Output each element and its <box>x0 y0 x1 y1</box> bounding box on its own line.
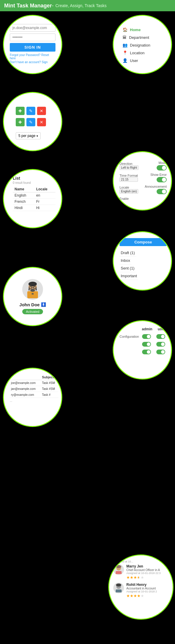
delete-button[interactable]: ✕ <box>37 107 46 115</box>
lang-table: Name Locale English en French Fr Hindi H… <box>13 186 55 211</box>
user-icon: 👤 <box>122 58 128 63</box>
mode-toggle[interactable] <box>157 165 167 170</box>
male-avatar-svg <box>114 584 123 592</box>
enable-label: Enable <box>120 197 129 200</box>
nav-item-home[interactable]: 🏠 Home <box>122 26 141 34</box>
profile-gender-icon: 🚹 <box>41 302 46 307</box>
female-avatar-svg <box>114 565 123 574</box>
timeformat-value[interactable]: 21:15 <box>120 177 138 182</box>
rating-item-1: Rohit Henry Accountant in Account Assign… <box>113 583 157 598</box>
header-separator: - <box>52 3 54 9</box>
rating-date-0: Assigned at 10-01-2018 22:3 <box>126 572 161 575</box>
lang-locale-2: Hi <box>34 205 55 211</box>
lang-name-1: French <box>13 199 34 205</box>
perm-toggles-config <box>142 334 165 339</box>
rating-role-1: Accountant in Account <box>126 587 157 590</box>
svg-rect-0 <box>27 291 38 298</box>
nav-label-location: Location <box>130 51 144 55</box>
table-row: French Fr <box>13 199 55 205</box>
home-icon: 🏠 <box>122 27 128 32</box>
password-input[interactable] <box>10 34 55 41</box>
perm-row-config: Configuration <box>120 334 165 339</box>
direction-label: Direction <box>120 162 139 165</box>
permissions-panel: admin user Configuration <box>113 320 172 380</box>
rating-avatar-1 <box>113 583 124 593</box>
svg-point-13 <box>116 565 121 568</box>
perm-row-1 <box>120 342 165 347</box>
mail-panel: Compose Draft (1) Inbox Sent (1) Importa… <box>113 231 172 291</box>
list-title: List <box>13 176 20 181</box>
nav-label-user: User <box>130 58 138 63</box>
perpage-dropdown-icon: ▾ <box>36 134 38 138</box>
table-row: ry@example.com Task # <box>10 392 58 398</box>
perm-user-toggle-2[interactable] <box>156 350 165 354</box>
status-badge: Activated <box>22 309 43 314</box>
rating-name-1: Rohit Henry <box>126 583 157 587</box>
nav-item-user[interactable]: 👤 User <box>122 57 138 64</box>
designation-icon: 👥 <box>122 43 128 47</box>
department-icon: 🏛 <box>122 35 127 40</box>
actions-panel: ✚ ✎ ✕ ✚ ✎ ✕ 5 per page ▾ <box>3 92 62 151</box>
showerror-toggle[interactable] <box>157 177 167 182</box>
app-header: Mint Task Manager - Create, Assign, Trac… <box>0 0 175 11</box>
svg-point-8 <box>30 289 35 292</box>
signin-button[interactable]: SIGN IN <box>10 43 55 52</box>
perm-user-toggle-1[interactable] <box>156 342 165 347</box>
permissions-header: admin user <box>120 327 165 331</box>
nav-item-designation[interactable]: 👥 Designation <box>122 41 150 49</box>
action-row-1: ✚ ✎ ✕ <box>16 107 46 115</box>
perm-user-toggle-0[interactable] <box>156 334 165 339</box>
settings-panel: Direction Left to Right Mode Time Format… <box>113 151 172 211</box>
edit-button-2[interactable]: ✎ <box>26 118 35 126</box>
email-2: ry@example.com <box>10 392 41 398</box>
svg-point-2 <box>28 282 37 286</box>
rating-role-0: Chief Account Officer in A <box>126 568 161 572</box>
app-title: Mint Task Manager <box>4 3 52 9</box>
subject-1: Task #SM <box>41 386 58 392</box>
email-input[interactable] <box>10 24 55 32</box>
rating-name-0: Marry Jen <box>126 564 161 568</box>
lang-name-0: English <box>13 192 34 199</box>
lang-locale-0: en <box>34 192 55 199</box>
locale-label: Locale <box>120 186 138 189</box>
mail-item-inbox[interactable]: Inbox <box>120 257 131 264</box>
rating-stars-0: ★★★★★★ <box>126 575 161 580</box>
signup-link[interactable]: Sign <box>42 60 48 64</box>
compose-button[interactable]: Compose <box>120 238 167 246</box>
rating-info-1: Rohit Henry Accountant in Account Assign… <box>126 583 157 598</box>
settings-timeformat-row: Time Format 21:15 Show Error <box>120 173 167 182</box>
rating-info-0: Marry Jen Chief Account Officer in A Ass… <box>126 564 161 580</box>
perpage-value: 5 per page <box>18 134 35 138</box>
perm-admin-toggle-2[interactable] <box>142 350 151 354</box>
rating-stars-1: ★★★★★ <box>126 594 157 598</box>
add-button-2[interactable]: ✚ <box>16 118 25 126</box>
col-subject: Subject <box>41 374 58 380</box>
list-noresult: 0 result found <box>13 181 31 184</box>
direction-value[interactable]: Left to Right <box>120 165 139 170</box>
perm-admin-toggle-0[interactable] <box>142 334 151 339</box>
profile-avatar-svg <box>24 280 42 298</box>
forgot-password-text: Forgot your Password? Reset here <box>10 53 55 60</box>
perm-admin-toggle-1[interactable] <box>142 342 151 347</box>
locale-value[interactable]: English (en) <box>120 189 138 194</box>
rating-timestamp-1: Assigned at 10... <box>113 560 133 563</box>
nav-item-location[interactable]: 📍 Location <box>122 49 144 57</box>
announcement-label: Announcement <box>145 185 167 188</box>
add-button[interactable]: ✚ <box>16 107 25 115</box>
nav-label-designation: Designation <box>130 43 150 47</box>
mail-item-draft[interactable]: Draft (1) <box>120 249 136 257</box>
col-locale: Locale <box>34 186 55 192</box>
mail-item-sent[interactable]: Sent (1) <box>120 264 136 272</box>
edit-button[interactable]: ✎ <box>26 107 35 115</box>
email-1: jan@example.com <box>10 386 41 392</box>
col-name: Name <box>13 186 34 192</box>
perpage-select[interactable]: 5 per page ▾ <box>16 132 41 139</box>
delete-button-2[interactable]: ✕ <box>37 118 46 126</box>
col-user: user <box>158 327 165 331</box>
app-subtitle: Create, Assign, Track Tasks <box>55 3 106 8</box>
mail-item-important[interactable]: Important <box>120 272 138 280</box>
settings-locale-row: Locale English (en) Announcement <box>120 185 167 194</box>
table-row: English en <box>13 192 55 199</box>
nav-item-department[interactable]: 🏛 Department <box>122 34 149 41</box>
announcement-toggle[interactable] <box>157 189 167 194</box>
